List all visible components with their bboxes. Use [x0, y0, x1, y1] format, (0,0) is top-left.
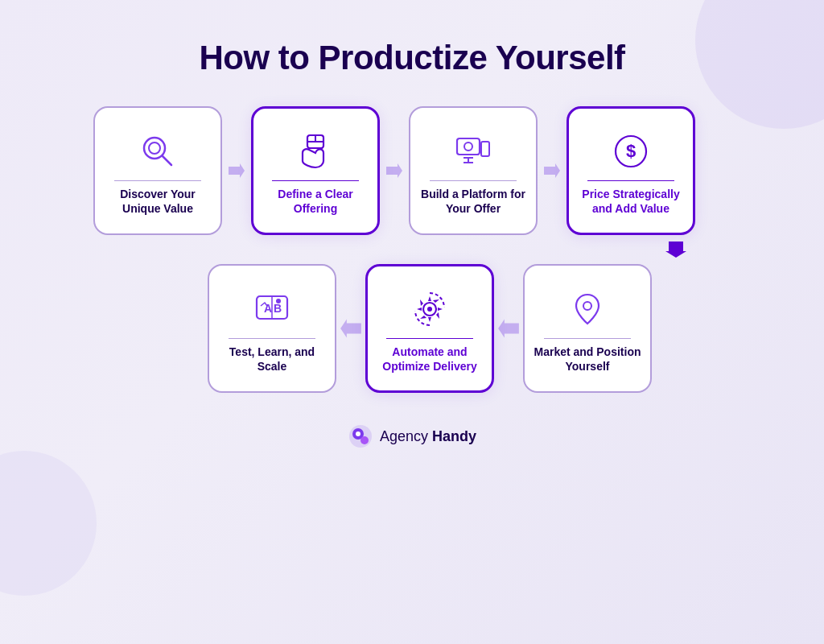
arrow-down	[130, 238, 694, 261]
svg-point-25	[427, 307, 432, 312]
flow-container: Discover Your Unique Value Define a Clea…	[0, 106, 824, 393]
flow-row-2: A B Test, Learn, and Scale	[172, 264, 652, 393]
card-discover-label: Discover Your Unique Value	[103, 188, 212, 216]
svg-text:B: B	[274, 302, 282, 315]
card-price: $ Price Strategically and Add Value	[566, 106, 695, 235]
svg-rect-8	[457, 138, 480, 155]
card-price-label: Price Strategically and Add Value	[577, 188, 685, 216]
logo-text: Agency Handy	[380, 428, 476, 445]
card-market: Market and Position Yourself	[523, 264, 652, 393]
ab-test-icon: A B	[249, 287, 295, 332]
location-pin-icon	[565, 287, 610, 332]
card-automate: Automate and Optimize Delivery	[365, 264, 494, 393]
card-test-label: Test, Learn, and Scale	[217, 345, 327, 374]
arrow-left-2	[494, 314, 523, 343]
svg-marker-14	[544, 163, 560, 178]
card-platform-label: Build a Platform for Your Offer	[418, 188, 528, 216]
svg-text:$: $	[626, 141, 636, 161]
card-divider	[272, 180, 358, 182]
svg-rect-10	[481, 142, 489, 156]
card-platform: Build a Platform for Your Offer	[409, 106, 538, 235]
logo-area: Agency Handy	[0, 423, 824, 449]
card-automate-label: Automate and Optimize Delivery	[376, 345, 484, 374]
svg-line-2	[163, 156, 171, 165]
card-divider	[114, 180, 202, 182]
card-define-label: Define a Clear Offering	[262, 188, 369, 216]
card-test: A B Test, Learn, and Scale	[208, 264, 336, 393]
card-divider	[386, 338, 472, 340]
svg-marker-26	[498, 319, 519, 337]
agency-handy-logo-icon	[348, 423, 373, 449]
svg-marker-3	[229, 163, 245, 178]
svg-point-0	[144, 138, 165, 159]
card-market-label: Market and Position Yourself	[533, 345, 642, 374]
svg-marker-17	[665, 242, 686, 258]
card-divider	[544, 338, 632, 340]
card-divider	[430, 180, 517, 182]
svg-point-1	[149, 142, 160, 154]
card-define: Define a Clear Offering	[251, 106, 380, 235]
card-divider	[229, 338, 316, 340]
gear-refresh-icon	[407, 287, 452, 332]
card-divider	[587, 180, 674, 182]
dollar-circle-icon: $	[608, 129, 653, 174]
monitor-phone-icon	[451, 129, 496, 174]
svg-point-31	[356, 431, 360, 436]
svg-point-27	[583, 302, 591, 310]
svg-point-30	[360, 436, 369, 444]
hand-box-icon	[293, 129, 338, 174]
svg-marker-23	[340, 319, 361, 337]
search-icon	[135, 129, 180, 174]
flow-row-1: Discover Your Unique Value Define a Clea…	[93, 106, 731, 235]
arrow-left-1	[336, 314, 365, 343]
bg-decoration-bottom-left	[0, 451, 97, 596]
svg-marker-7	[386, 163, 402, 178]
svg-point-22	[276, 299, 281, 303]
svg-point-9	[464, 142, 472, 151]
arrow-right-3	[538, 159, 566, 182]
arrow-right-2	[380, 159, 409, 182]
arrow-right-1	[222, 159, 251, 182]
card-discover: Discover Your Unique Value	[93, 106, 222, 235]
